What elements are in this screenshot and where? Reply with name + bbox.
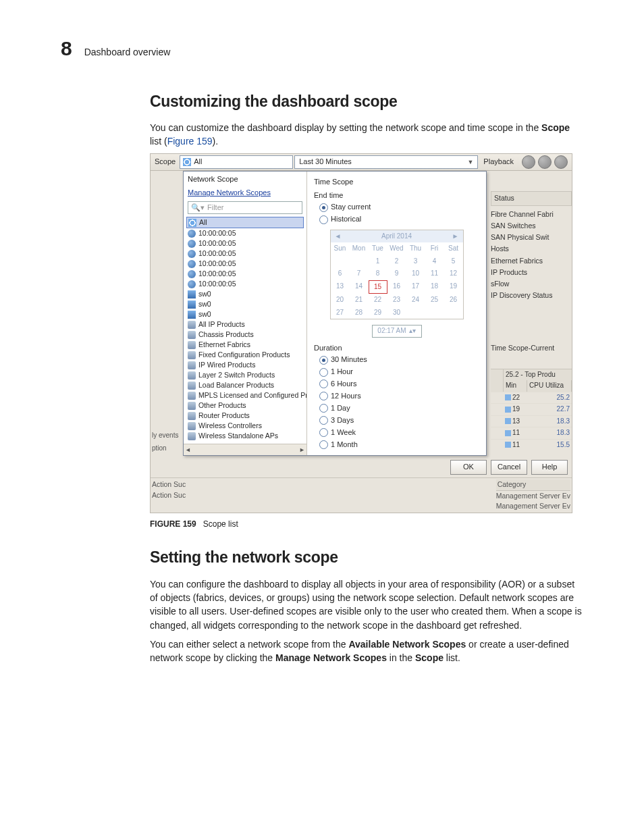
calendar-day[interactable]: 3 — [406, 255, 425, 268]
calendar-day[interactable]: 1 — [369, 255, 387, 268]
tree-item[interactable]: Wireless Standalone APs — [186, 431, 304, 441]
calendar-next-icon[interactable]: ► — [452, 232, 459, 242]
radio-icon — [319, 392, 328, 400]
tree-item[interactable]: sw0 — [186, 309, 304, 319]
radio-duration-option[interactable]: 12 Hours — [314, 390, 479, 402]
tree-item[interactable]: Router Products — [186, 411, 304, 421]
calendar-day[interactable]: 25 — [425, 294, 444, 307]
figure-link[interactable]: Figure 159 — [167, 136, 213, 147]
radio-duration-option[interactable]: 1 Day — [314, 402, 479, 415]
tree-item[interactable]: 10:00:00:05 — [186, 238, 304, 249]
radio-icon — [319, 368, 328, 377]
tree-item-all[interactable]: All — [186, 217, 304, 228]
calendar-day[interactable]: 2 — [387, 255, 406, 268]
calendar-day[interactable]: 18 — [425, 280, 444, 294]
calendar[interactable]: ◄ April 2014 ► SunMonTueWedThuFriSat1234… — [330, 230, 464, 319]
tree-item[interactable]: 10:00:00:05 — [186, 228, 304, 238]
calendar-prev-icon[interactable]: ◄ — [335, 232, 342, 242]
calendar-day[interactable]: 7 — [350, 267, 369, 280]
calendar-day[interactable]: 15 — [369, 280, 387, 294]
tree-item[interactable]: All IP Products — [186, 319, 304, 330]
calendar-day[interactable]: 24 — [406, 294, 425, 307]
calendar-day[interactable]: 14 — [350, 280, 369, 294]
spinner-icon: ▴▾ — [409, 326, 416, 336]
calendar-day[interactable]: 21 — [350, 294, 369, 307]
dialog-buttons: OK Cancel Help — [151, 456, 572, 477]
category-icon — [188, 382, 196, 390]
calendar-day[interactable]: 11 — [425, 267, 444, 280]
tree-item[interactable]: 10:00:00:05 — [186, 269, 304, 279]
playback-play-button[interactable] — [538, 155, 552, 169]
arrow-right-icon[interactable]: ► — [299, 446, 305, 454]
tree-item[interactable]: Wireless Controllers — [186, 421, 304, 431]
time-spinner[interactable]: 02:17 AM▴▾ — [372, 325, 422, 338]
manage-network-scopes-link[interactable]: Manage Network Scopes — [184, 186, 306, 200]
search-icon: 🔍▾ — [191, 203, 205, 213]
help-button[interactable]: Help — [531, 460, 568, 475]
scope-dropdown[interactable]: All — [180, 155, 293, 169]
calendar-day[interactable]: 13 — [331, 280, 350, 294]
calendar-day[interactable]: 19 — [444, 280, 463, 294]
calendar-day[interactable]: 26 — [444, 294, 463, 307]
calendar-day[interactable]: 10 — [406, 267, 425, 280]
filter-input[interactable]: 🔍▾ Filter — [188, 201, 302, 214]
radio-historical[interactable]: Historical — [314, 213, 479, 226]
radio-duration-option[interactable]: 1 Hour — [314, 366, 479, 378]
calendar-day[interactable]: 28 — [350, 307, 369, 319]
tree-item[interactable]: Other Products — [186, 400, 304, 411]
calendar-day[interactable]: 12 — [444, 267, 463, 280]
tree-item[interactable]: sw0 — [186, 299, 304, 309]
calendar-day[interactable]: 16 — [387, 280, 406, 294]
fabric-icon — [188, 250, 196, 258]
bottom-strip: Action Suc Action Suc Category Managemen… — [151, 477, 572, 513]
playback-rewind-button[interactable] — [522, 155, 535, 169]
horizontal-scrollbar[interactable]: ◄ ► — [184, 444, 306, 455]
radio-duration-option[interactable]: 1 Month — [314, 439, 479, 451]
tree-item[interactable]: MPLS Licensed and Configured Pro — [186, 390, 304, 400]
status-list: Fibre Channel Fabri SAN Switches SAN Phy… — [491, 209, 572, 302]
calendar-day — [444, 307, 463, 319]
tree-item[interactable]: 10:00:00:05 — [186, 249, 304, 259]
tree-item[interactable]: Load Balancer Products — [186, 380, 304, 390]
tree-item[interactable]: Ethernet Fabrics — [186, 340, 304, 350]
tree-item[interactable]: Chassis Products — [186, 330, 304, 340]
calendar-day[interactable]: 17 — [406, 280, 425, 294]
radio-duration-option[interactable]: 1 Week — [314, 427, 479, 439]
calendar-day[interactable]: 5 — [444, 255, 463, 268]
radio-stay-current[interactable]: Stay current — [314, 201, 479, 213]
tree-item[interactable]: IP Wired Products — [186, 360, 304, 370]
tree-item[interactable]: Layer 2 Switch Products — [186, 370, 304, 380]
calendar-day[interactable]: 9 — [387, 267, 406, 280]
chevron-down-icon: ▼ — [467, 158, 473, 167]
playback-label: Playback — [479, 157, 518, 167]
category-icon — [188, 412, 196, 420]
calendar-day[interactable]: 8 — [369, 267, 387, 280]
tree-item[interactable]: Fixed Configuration Products — [186, 350, 304, 360]
radio-duration-option[interactable]: 3 Days — [314, 415, 479, 427]
right-pane: Status Fibre Channel Fabri SAN Switches … — [487, 171, 572, 456]
calendar-day[interactable]: 20 — [331, 294, 350, 307]
calendar-day — [350, 255, 369, 268]
tree-item[interactable]: 10:00:00:05 — [186, 259, 304, 269]
network-scope-title: Network Scope — [184, 172, 306, 186]
tree-item[interactable]: sw0 — [186, 289, 304, 299]
calendar-day[interactable]: 30 — [387, 307, 406, 319]
radio-duration-option[interactable]: 6 Hours — [314, 378, 479, 390]
calendar-day[interactable]: 4 — [425, 255, 444, 268]
chapter-number: 8 — [61, 34, 72, 63]
ok-button[interactable]: OK — [450, 460, 487, 475]
calendar-day[interactable]: 23 — [387, 294, 406, 307]
radio-duration-option[interactable]: 30 Minutes — [314, 354, 479, 366]
arrow-left-icon[interactable]: ◄ — [185, 446, 191, 454]
network-scope-tree[interactable]: All 10:00:00:05 10:00:00:05 10:00:00:05 … — [184, 215, 306, 444]
table-row: 1115.5 — [491, 439, 572, 451]
calendar-day[interactable]: 22 — [369, 294, 387, 307]
time-dropdown[interactable]: Last 30 Minutes ▼ — [294, 155, 478, 169]
playback-forward-button[interactable] — [554, 155, 568, 169]
duration-label: Duration — [314, 340, 479, 354]
tree-item[interactable]: 10:00:00:05 — [186, 279, 304, 289]
calendar-day[interactable]: 29 — [369, 307, 387, 319]
calendar-day[interactable]: 27 — [331, 307, 350, 319]
cancel-button[interactable]: Cancel — [491, 460, 527, 475]
calendar-day[interactable]: 6 — [331, 267, 350, 280]
